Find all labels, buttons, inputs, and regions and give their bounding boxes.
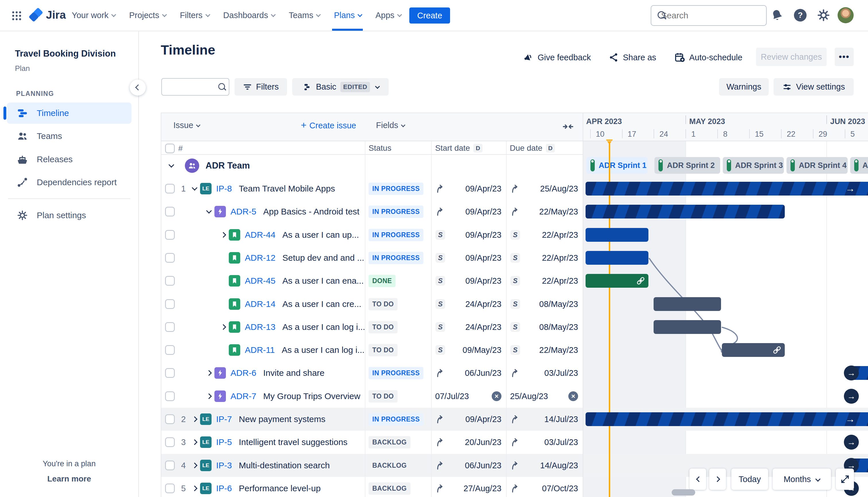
sidebar-item-releases[interactable]: Releases	[7, 149, 131, 170]
due-date-value[interactable]: 08/May/23	[520, 323, 578, 332]
due-date-cell[interactable]: 25/Aug/23	[506, 177, 583, 200]
start-date-value[interactable]: 24/Apr/23	[446, 323, 502, 332]
collapse-row-icon[interactable]	[190, 183, 200, 194]
issue-summary[interactable]: As a user I can log i...	[281, 345, 364, 355]
more-actions-button[interactable]: •••	[835, 48, 854, 66]
status-cell[interactable]: TO DO	[365, 315, 431, 339]
status-cell[interactable]: BACKLOG	[365, 477, 431, 497]
nav-item-filters[interactable]: Filters	[180, 0, 210, 31]
start-date-cell[interactable]: 06/Jun/23	[431, 454, 506, 477]
due-date-cell[interactable]: 14/Aug/23	[506, 454, 583, 477]
scroll-left-button[interactable]	[690, 469, 706, 490]
start-date-value[interactable]: 24/Apr/23	[446, 299, 502, 309]
issue-summary[interactable]: As a user I can ena...	[283, 276, 364, 286]
due-date-cell[interactable]: 14/Jul/23	[506, 408, 583, 431]
nav-item-plans[interactable]: Plans	[334, 0, 362, 31]
issue-key-link[interactable]: ADR-6	[231, 368, 256, 378]
gantt-bar-adr-5[interactable]	[585, 205, 785, 218]
issue-row-adr-5[interactable]: ADR-5App Basics - Android testIN PROGRES…	[161, 200, 583, 223]
issue-key-link[interactable]: ADR-44	[245, 230, 276, 240]
issue-row-adr-7[interactable]: ADR-7My Group Trips OverviewTO DO07/Jul/…	[161, 385, 583, 408]
user-avatar[interactable]	[838, 7, 854, 23]
issue-key-link[interactable]: ADR-11	[245, 345, 275, 355]
start-date-value[interactable]: 09/May/23	[446, 345, 502, 355]
jira-wordmark[interactable]: Jira	[46, 9, 66, 21]
issue-key-link[interactable]: ADR-7	[231, 391, 256, 401]
collapse-sidebar-button[interactable]	[130, 80, 146, 96]
start-date-value[interactable]: 09/Apr/23	[446, 253, 502, 263]
sidebar-item-dependencies-report[interactable]: Dependencies report	[7, 172, 131, 193]
issue-summary[interactable]: Intelligent travel suggestions	[239, 437, 348, 447]
due-date-cell[interactable]: S08/May/23	[506, 315, 583, 339]
issue-summary[interactable]: Multi-destination search	[239, 460, 330, 470]
due-date-cell[interactable]: 07/Oct/23	[506, 477, 583, 497]
gantt-bar-ip-7[interactable]	[585, 412, 868, 426]
nav-item-projects[interactable]: Projects	[129, 0, 167, 31]
row-checkbox[interactable]	[165, 322, 175, 332]
issue-row-adr-11[interactable]: ADR-11As a user I can log i...TO DOS09/M…	[161, 339, 583, 361]
gantt-bar-adr-13[interactable]	[654, 320, 721, 334]
clear-date-icon[interactable]: ×	[492, 391, 502, 401]
create-issue-button[interactable]: + Create issue	[301, 120, 356, 131]
issue-column-header[interactable]: Issue	[173, 120, 200, 130]
due-date-value[interactable]: 03/Jul/23	[520, 438, 578, 447]
status-cell[interactable]: DONE	[365, 269, 431, 292]
due-date-cell[interactable]: S22/May/23	[506, 339, 583, 361]
due-date-value[interactable]: 14/Jul/23	[520, 415, 578, 424]
notifications-icon[interactable]	[770, 9, 784, 22]
issue-summary[interactable]: As a user I can cre...	[283, 299, 361, 309]
due-date-cell[interactable]: 03/Jul/23	[506, 431, 583, 454]
view-mode-button[interactable]: Basic EDITED	[292, 78, 389, 96]
start-date-value[interactable]: 09/Apr/23	[446, 230, 502, 240]
start-date-value[interactable]: 09/Apr/23	[446, 415, 502, 424]
team-group-row[interactable]: ADR Team	[161, 154, 583, 177]
start-date-cell[interactable]: S24/Apr/23	[431, 315, 506, 339]
row-checkbox[interactable]	[165, 391, 175, 401]
horizontal-scrollbar-thumb[interactable]	[672, 489, 695, 496]
gantt-bar-adr-44[interactable]	[585, 228, 648, 242]
warnings-button[interactable]: Warnings	[719, 78, 769, 96]
offscreen-right-indicator[interactable]: →	[844, 366, 859, 381]
sidebar-item-plan-settings[interactable]: Plan settings	[7, 205, 131, 226]
issue-row-ip-5[interactable]: 3LEIP-5Intelligent travel suggestionsBAC…	[161, 431, 583, 454]
search-input[interactable]	[661, 10, 772, 21]
start-date-cell[interactable]: 09/Apr/23	[431, 408, 506, 431]
issue-key-link[interactable]: ADR-45	[245, 276, 276, 286]
row-checkbox[interactable]	[165, 230, 175, 240]
learn-more-link[interactable]: Learn more	[0, 474, 138, 483]
collapse-fields-icon[interactable]	[562, 120, 575, 133]
start-date-cell[interactable]: 07/Jul/23×	[431, 385, 506, 408]
issue-summary[interactable]: Team Travel Mobile Apps	[239, 184, 335, 194]
expand-row-icon[interactable]	[218, 322, 229, 332]
expand-row-icon[interactable]	[218, 230, 229, 240]
settings-gear-icon[interactable]	[817, 9, 830, 22]
issue-summary[interactable]: New payment systems	[239, 414, 326, 424]
create-button[interactable]: Create	[409, 8, 450, 24]
due-date-value[interactable]: 22/Apr/23	[520, 253, 578, 263]
due-date-value[interactable]: 22/Apr/23	[520, 230, 578, 240]
row-checkbox[interactable]	[165, 345, 175, 355]
status-cell[interactable]: IN PROGRESS	[365, 223, 431, 246]
issue-row-ip-8[interactable]: 1LEIP-8Team Travel Mobile AppsIN PROGRES…	[161, 177, 583, 200]
issue-summary[interactable]: App Basics - Android test	[263, 207, 359, 216]
start-date-value[interactable]: 09/Apr/23	[446, 207, 502, 216]
issue-key-link[interactable]: ADR-12	[245, 253, 276, 263]
start-date-value[interactable]: 07/Jul/23	[435, 392, 492, 401]
issue-summary[interactable]: As a user I can up...	[283, 230, 359, 240]
start-date-cell[interactable]: S09/Apr/23	[431, 269, 506, 292]
start-date-cell[interactable]: 27/Aug/23	[431, 477, 506, 497]
issue-row-adr-6[interactable]: ADR-6Invite and shareIN PROGRESS06/Jun/2…	[161, 361, 583, 384]
nav-item-your-work[interactable]: Your work	[72, 0, 116, 31]
issue-row-ip-3[interactable]: 4LEIP-3Multi-destination searchBACKLOG06…	[161, 454, 583, 477]
gantt-bar-adr-45[interactable]	[585, 274, 648, 288]
issue-row-adr-44[interactable]: ADR-44As a user I can up...IN PROGRESSS0…	[161, 223, 583, 246]
expand-row-icon[interactable]	[190, 437, 200, 447]
due-date-value[interactable]: 22/Apr/23	[520, 276, 578, 286]
status-cell[interactable]: IN PROGRESS	[365, 177, 431, 200]
zoom-level-button[interactable]: Months	[773, 469, 831, 490]
gantt-bar-adr-14[interactable]	[654, 297, 721, 311]
due-date-value[interactable]: 25/Aug/23	[510, 392, 568, 401]
expand-row-icon[interactable]	[190, 483, 200, 494]
share-as-button[interactable]: Share as	[608, 49, 656, 66]
today-button[interactable]: Today	[732, 469, 768, 490]
